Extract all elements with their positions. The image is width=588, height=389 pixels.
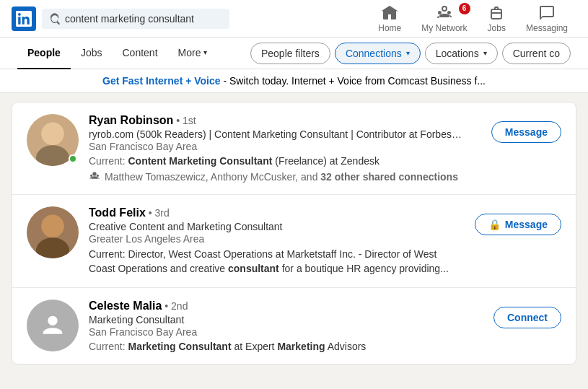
svg-point-3 (36, 237, 69, 258)
avatar-person-icon (38, 311, 67, 340)
search-input[interactable] (65, 13, 209, 25)
person-current: Current: Marketing Consultant at Expert … (89, 341, 483, 352)
current-label: Current: (89, 341, 128, 352)
tab-jobs[interactable]: Jobs (71, 38, 113, 69)
avatar-wrap-todd (27, 206, 79, 258)
current-role-detail: at Expert (232, 341, 278, 352)
svg-point-1 (36, 145, 69, 166)
current-label: Current: (89, 155, 128, 167)
svg-point-0 (41, 123, 64, 146)
home-icon (381, 4, 398, 22)
main-content: Ryan Robinson • 1st ryrob.com (500k Read… (0, 93, 588, 373)
person-name[interactable]: Ryan Robinson (89, 114, 173, 126)
connections-filter-btn[interactable]: Connections ▾ (335, 43, 421, 64)
todd-avatar-image (27, 206, 79, 258)
nav-my-network[interactable]: 6 My Network (413, 0, 475, 38)
message-button[interactable]: Message (491, 121, 561, 143)
network-badge: 6 (459, 3, 470, 14)
locations-filter-btn[interactable]: Locations ▾ (425, 43, 498, 64)
tab-content[interactable]: Content (112, 38, 167, 69)
nav-messaging-label: Messaging (526, 23, 568, 33)
banner-link[interactable]: Get Fast Internet + Voice (102, 75, 221, 87)
action-area-ryan: Message (491, 121, 561, 143)
person-headline: ryrob.com (500k Readers) | Content Marke… (89, 128, 464, 140)
current-bold-word: consultant (228, 263, 279, 274)
nav-jobs[interactable]: Jobs (479, 0, 514, 38)
results-card: Ryan Robinson • 1st ryrob.com (500k Read… (12, 102, 576, 364)
nav-network-label: My Network (421, 23, 467, 33)
tab-people[interactable]: People (17, 38, 71, 69)
nav-items: Home 6 My Network Jobs Messaging (369, 0, 576, 38)
table-row: Todd Felix • 3rd Creative Content and Ma… (12, 195, 576, 288)
nav-jobs-label: Jobs (488, 23, 506, 33)
nav-home[interactable]: Home (369, 0, 410, 38)
network-icon (436, 4, 453, 22)
online-indicator (69, 154, 77, 163)
messaging-icon (538, 4, 556, 22)
degree-badge: • 1st (176, 115, 196, 126)
person-name[interactable]: Todd Felix (89, 206, 146, 219)
current-role-bold: Marketing Consultant (128, 341, 231, 352)
tab-more[interactable]: More ▾ (168, 38, 218, 69)
action-area-celeste: Connect (493, 307, 561, 328)
banner-text: - Switch today. Internet + Voice from Co… (221, 75, 486, 87)
lock-icon: 🔒 (488, 219, 501, 230)
current-co-filter-btn[interactable]: Current co (502, 43, 571, 64)
action-area-todd: 🔒 Message (475, 214, 561, 235)
jobs-icon (488, 4, 505, 22)
table-row: Celeste Malia • 2nd Marketing Consultant… (12, 288, 576, 364)
shared-connections-text: Matthew Tomaszewicz, Anthony McCusker, a… (105, 171, 458, 183)
search-icon (49, 13, 61, 25)
secondary-nav: People Jobs Content More ▾ People filter… (0, 38, 588, 69)
nav-home-label: Home (378, 23, 401, 33)
ad-banner: Get Fast Internet + Voice - Switch today… (0, 69, 588, 93)
current-role-bold: Content Marketing Consultant (128, 155, 272, 167)
connect-button[interactable]: Connect (493, 307, 561, 328)
person-name[interactable]: Celeste Malia (89, 300, 162, 312)
person-info-celeste: Celeste Malia • 2nd Marketing Consultant… (89, 300, 483, 352)
linkedin-logo[interactable] (12, 6, 36, 31)
avatar-wrap-celeste (27, 300, 79, 351)
person-current: Current: Content Marketing Consultant (F… (89, 155, 481, 167)
person-location: San Francisco Bay Area (89, 141, 481, 152)
avatar-wrap-ryan (27, 114, 79, 166)
person-location: San Francisco Bay Area (89, 326, 483, 338)
person-headline: Marketing Consultant (89, 314, 464, 325)
avatar (27, 300, 79, 351)
nav-messaging[interactable]: Messaging (517, 0, 576, 38)
person-info-ryan: Ryan Robinson • 1st ryrob.com (500k Read… (89, 114, 481, 183)
degree-badge: • 3rd (149, 207, 170, 219)
search-box (42, 9, 229, 29)
connections-icon (89, 171, 100, 183)
locked-message-button[interactable]: 🔒 Message (475, 214, 561, 235)
current-brand-bold: Marketing (277, 341, 325, 352)
person-info-todd: Todd Felix • 3rd Creative Content and Ma… (89, 206, 465, 276)
svg-point-2 (41, 215, 64, 238)
people-filters-btn[interactable]: People filters (250, 43, 330, 64)
header: Home 6 My Network Jobs Messaging (0, 0, 588, 38)
current-role-end: Advisors (325, 341, 367, 352)
shared-connections: Matthew Tomaszewicz, Anthony McCusker, a… (89, 171, 481, 183)
table-row: Ryan Robinson • 1st ryrob.com (500k Read… (12, 102, 576, 195)
current-label: Current: (89, 248, 128, 260)
avatar (27, 206, 79, 258)
current-role-detail: (Freelance) at Zendesk (272, 155, 379, 167)
degree-badge: • 2nd (164, 300, 188, 312)
person-headline: Creative Content and Marketing Consultan… (89, 221, 464, 232)
person-current: Current: Director, West Coast Operations… (89, 248, 465, 276)
person-location: Greater Los Angeles Area (89, 233, 465, 245)
